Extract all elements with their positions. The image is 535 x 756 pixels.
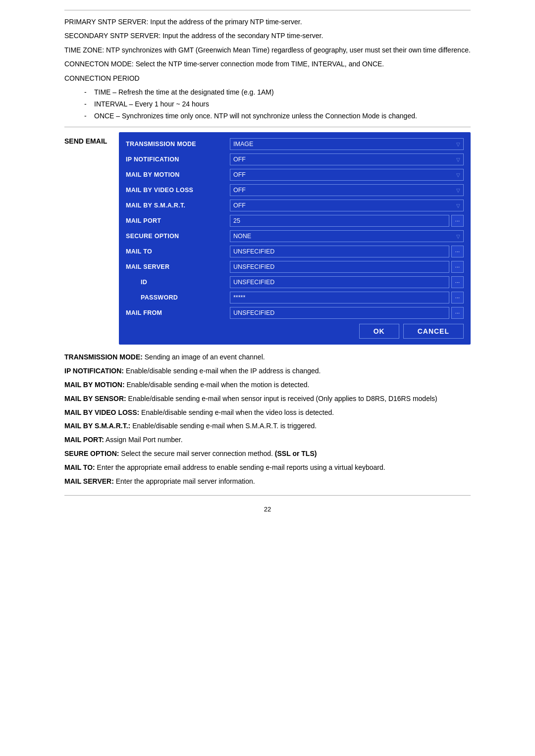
mail-by-smart-arrow: ▽ (456, 203, 460, 208)
bullet-item-2: INTERVAL – Every 1 hour ~ 24 hours (84, 99, 471, 110)
desc-ip-notification-text: Enable/disable sending e-mail when the I… (124, 367, 321, 375)
mail-by-smart-row: MAIL BY S.M.A.R.T. OFF ▽ (126, 200, 464, 211)
send-email-section: SEND EMAIL TRANSMISSION MODE IMAGE ▽ IP … (64, 132, 471, 345)
password-dots-button[interactable]: ··· (451, 292, 464, 303)
bullet-item-3: ONCE – Synchronizes time only once. NTP … (84, 110, 471, 122)
desc-mail-by-motion: MAIL BY MOTION: Enable/disable sending e… (64, 379, 471, 391)
mail-server-value[interactable]: UNSFECIFIED (230, 261, 449, 273)
mail-to-row: MAIL TO UNSFECIFIED ··· (126, 246, 464, 257)
top-divider (64, 10, 471, 10)
desc-secure-option: SEURE OPTION: Select the secure mail ser… (64, 448, 471, 460)
mail-port-label: MAIL PORT (126, 217, 230, 224)
desc-mail-by-sensor-text: Enable/disable sending e-mail when senso… (126, 395, 437, 403)
ip-notification-value[interactable]: OFF ▽ (230, 153, 464, 165)
desc-mail-server-text: Enter the appropriate mail server inform… (114, 477, 255, 485)
mail-to-dots-button[interactable]: ··· (451, 246, 464, 257)
desc-ip-notification: IP NOTIFICATION: Enable/disable sending … (64, 365, 471, 377)
desc-mail-port-bold: MAIL PORT: (64, 436, 104, 444)
bullet-list: TIME – Refresh the time at the designate… (84, 87, 471, 122)
id-label: ID (126, 279, 230, 286)
cancel-button[interactable]: CANCEL (403, 324, 464, 339)
mail-by-motion-arrow: ▽ (456, 172, 460, 178)
mail-to-value[interactable]: UNSFECIFIED (230, 246, 449, 257)
transmission-mode-row: TRANSMISSION MODE IMAGE ▽ (126, 138, 464, 150)
desc-mail-by-video-loss: MAIL BY VIDEO LOSS: Enable/disable sendi… (64, 407, 471, 419)
transmission-mode-label: TRANSMISSION MODE (126, 141, 230, 148)
primary-sntp-text: PRIMARY SNTP SERVER: Input the address o… (64, 16, 471, 27)
mail-by-video-loss-arrow: ▽ (456, 188, 460, 193)
secondary-sntp-text: SECONDARY SNTP SERVER: Input the address… (64, 30, 471, 41)
desc-mail-by-video-loss-bold: MAIL BY VIDEO LOSS: (64, 408, 139, 416)
panel-footer: OK CANCEL (126, 324, 464, 339)
desc-mail-to-text: Enter the appropriate email address to e… (95, 463, 385, 471)
desc-mail-port-text: Assign Mail Port number. (104, 436, 183, 444)
secure-option-value[interactable]: NONE ▽ (230, 230, 464, 242)
desc-transmission-mode: TRANSMISSION MODE: Sending an image of a… (64, 352, 471, 363)
desc-secure-option-text: Select the secure mail server connection… (119, 450, 274, 457)
mail-from-row: MAIL FROM UNSFECIFIED ··· (126, 307, 464, 319)
mail-server-label: MAIL SERVER (126, 263, 230, 270)
desc-mail-port: MAIL PORT: Assign Mail Port number. (64, 434, 471, 446)
desc-mail-by-sensor: MAIL BY SENSOR: Enable/disable sending e… (64, 393, 471, 405)
mail-from-label: MAIL FROM (126, 309, 230, 316)
blue-panel: TRANSMISSION MODE IMAGE ▽ IP NOTIFICATIO… (119, 132, 471, 345)
ok-button[interactable]: OK (359, 324, 399, 339)
desc-mail-by-motion-text: Enable/disable sending e-mail when the m… (125, 381, 310, 389)
mail-by-motion-row: MAIL BY MOTION OFF ▽ (126, 169, 464, 181)
id-value[interactable]: UNSFECIFIED (230, 276, 449, 288)
mail-port-value[interactable]: 25 (230, 215, 449, 227)
mail-by-motion-label: MAIL BY MOTION (126, 171, 230, 178)
desc-mail-by-sensor-bold: MAIL BY SENSOR: (64, 395, 126, 403)
secure-option-row: SECURE OPTION NONE ▽ (126, 230, 464, 242)
desc-mail-server: MAIL SERVER: Enter the appropriate mail … (64, 476, 471, 488)
descriptions-section: TRANSMISSION MODE: Sending an image of a… (64, 352, 471, 487)
desc-transmission-mode-text: Sending an image of an event channel. (143, 353, 265, 361)
section-divider (64, 127, 471, 127)
mail-by-smart-label: MAIL BY S.M.A.R.T. (126, 202, 230, 209)
ip-notification-row: IP NOTIFICATION OFF ▽ (126, 153, 464, 165)
send-email-label: SEND EMAIL (64, 132, 109, 345)
mail-from-value[interactable]: UNSFECIFIED (230, 307, 449, 319)
desc-mail-by-motion-bold: MAIL BY MOTION: (64, 381, 125, 389)
mail-server-row: MAIL SERVER UNSFECIFIED ··· (126, 261, 464, 273)
desc-transmission-mode-bold: TRANSMISSION MODE: (64, 353, 143, 361)
desc-mail-by-video-loss-text: Enable/disable sending e-mail when the v… (139, 408, 334, 416)
mail-from-dots-button[interactable]: ··· (451, 307, 464, 319)
mail-by-video-loss-value[interactable]: OFF ▽ (230, 184, 464, 196)
secure-option-arrow: ▽ (456, 234, 460, 239)
mail-by-video-loss-label: MAIL BY VIDEO LOSS (126, 187, 230, 194)
desc-mail-to: MAIL TO: Enter the appropriate email add… (64, 462, 471, 474)
mail-by-video-loss-row: MAIL BY VIDEO LOSS OFF ▽ (126, 184, 464, 196)
password-label: PASSWORD (126, 294, 230, 301)
password-row: PASSWORD ***** ··· (126, 292, 464, 303)
ip-notification-arrow: ▽ (456, 157, 460, 162)
mail-port-row: MAIL PORT 25 ··· (126, 215, 464, 227)
mail-by-motion-value[interactable]: OFF ▽ (230, 169, 464, 181)
mail-server-dots-button[interactable]: ··· (451, 261, 464, 273)
time-zone-text: TIME ZONE: NTP synchronizes with GMT (Gr… (64, 45, 471, 55)
desc-ip-notification-bold: IP NOTIFICATION: (64, 367, 124, 375)
page-number: 22 (64, 505, 471, 513)
desc-mail-by-smart-text: Enable/disable sending e-mail when S.M.A… (130, 422, 317, 430)
bottom-divider (64, 495, 471, 496)
mail-to-label: MAIL TO (126, 248, 230, 255)
connection-period-text: CONNECTION PERIOD (64, 73, 471, 84)
secure-option-label: SECURE OPTION (126, 233, 230, 240)
mail-port-dots-button[interactable]: ··· (451, 215, 464, 227)
transmission-mode-value[interactable]: IMAGE ▽ (230, 138, 464, 150)
id-row: ID UNSFECIFIED ··· (126, 276, 464, 288)
desc-secure-option-bold: SEURE OPTION: (64, 450, 119, 457)
desc-mail-server-bold: MAIL SERVER: (64, 477, 114, 485)
desc-mail-to-bold: MAIL TO: (64, 463, 95, 471)
ip-notification-label: IP NOTIFICATION (126, 156, 230, 163)
mail-by-smart-value[interactable]: OFF ▽ (230, 200, 464, 211)
bullet-item-1: TIME – Refresh the time at the designate… (84, 87, 471, 99)
desc-mail-by-smart-bold: MAIL BY S.M.A.R.T.: (64, 422, 130, 430)
password-value[interactable]: ***** (230, 292, 449, 303)
desc-mail-by-smart: MAIL BY S.M.A.R.T.: Enable/disable sendi… (64, 420, 471, 432)
desc-ssl-tls-bold: (SSL or TLS) (275, 450, 317, 457)
id-dots-button[interactable]: ··· (451, 276, 464, 288)
connection-mode-text: CONNECTON MODE: Select the NTP time-serv… (64, 58, 471, 69)
transmission-mode-arrow: ▽ (456, 142, 460, 147)
